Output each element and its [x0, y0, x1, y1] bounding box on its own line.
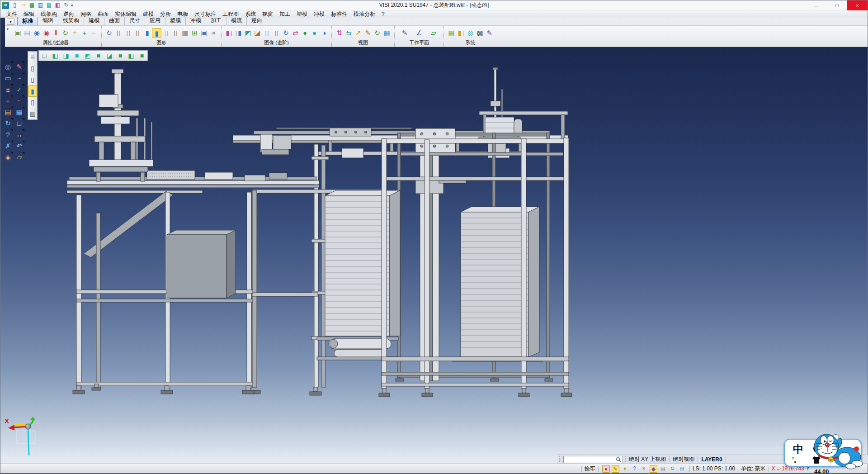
menu-item[interactable]: 标准件	[328, 10, 350, 18]
refresh-view-icon[interactable]: ↻	[373, 28, 382, 38]
toolbar-tab[interactable]: 模流	[226, 17, 247, 25]
clear-attributes-icon[interactable]: ▣	[13, 28, 23, 38]
layer-empty3-icon[interactable]: ▯	[133, 28, 142, 38]
system-window-icon[interactable]: ◧	[456, 28, 466, 38]
print-icon[interactable]: ▤	[45, 1, 53, 9]
toolbar-dropdown-icon[interactable]: ▾	[7, 27, 9, 31]
hide-entities-icon[interactable]: ◉	[42, 28, 51, 38]
tab-dropdown-button[interactable]: ▾	[7, 19, 14, 25]
mask-menu-icon[interactable]: ≡	[28, 52, 37, 63]
system-globe-icon[interactable]: ◎	[466, 28, 475, 38]
mask-layer-1-icon[interactable]: ▯	[28, 63, 37, 74]
save-icon[interactable]: ▦	[28, 1, 36, 9]
toolbar-grip[interactable]	[625, 456, 627, 462]
open-project-icon[interactable]: ▱	[14, 152, 24, 162]
iso-view-1-icon[interactable]: ◧	[50, 51, 61, 61]
qat-dropdown-icon[interactable]: ▾	[71, 3, 73, 8]
render-mode-icon[interactable]: ◩	[243, 28, 253, 38]
layer-filled-icon[interactable]: ▮	[142, 28, 152, 38]
view-plain-icon[interactable]: □	[39, 51, 50, 61]
steering-options-icon[interactable]: ◈	[3, 152, 13, 162]
iso-view-6-icon[interactable]: ◪	[104, 51, 115, 61]
menu-item[interactable]: 塑模	[293, 10, 311, 18]
iso-view-8-icon[interactable]: ◧	[126, 51, 137, 61]
system-pen-icon[interactable]: ✎	[485, 28, 494, 38]
layer-empty2-icon[interactable]: ▯	[123, 28, 133, 38]
mask-layer-2-icon[interactable]: ▯	[28, 74, 37, 85]
undo-icon[interactable]: ↶	[14, 141, 24, 151]
status-rotate-icon[interactable]: ↻	[669, 465, 676, 473]
search-input[interactable]	[563, 456, 623, 463]
mask-layer-hatch-icon[interactable]: ▥	[28, 108, 37, 119]
workplane-angle-icon[interactable]: ∠	[413, 28, 425, 38]
status-key-icon[interactable]: ♦	[621, 465, 629, 473]
layer-current-icon[interactable]: ▮	[152, 28, 161, 38]
wireframe-mode-icon[interactable]: ◨	[234, 28, 243, 38]
toolbar-tab[interactable]: 尺寸	[125, 17, 145, 25]
viewport-3d[interactable]: ◎✎▭~±✓+~▤▦↻□?↔✗↶◈▱ ≡▯▯▮▯▥ □◧◨■◩■◪■◧■	[0, 47, 868, 463]
open-file-icon[interactable]: ▱	[19, 1, 27, 9]
fit-view-icon[interactable]: ▦	[382, 28, 392, 38]
toolbar-tab[interactable]: 逆向	[247, 17, 267, 25]
filter-traffic-icon[interactable]: ‖	[51, 28, 61, 38]
zoom-view-icon[interactable]: ↗	[354, 28, 363, 38]
toolbar-tab[interactable]: 曲面	[104, 17, 125, 25]
system-grid-icon[interactable]: ▩	[475, 28, 485, 38]
minimize-button[interactable]: —	[807, 0, 827, 10]
toolbar-tab[interactable]: 加工	[206, 17, 226, 25]
iso-view-7-icon[interactable]: ■	[115, 51, 126, 61]
solid-box-icon[interactable]: □	[14, 118, 24, 128]
zoom-extents-icon[interactable]: ±	[3, 84, 13, 95]
ime-status-dot[interactable]	[854, 446, 859, 451]
ime-punctuation-button[interactable]: ’。	[792, 456, 800, 464]
preview-icon[interactable]: ◧	[54, 1, 61, 9]
toolbar-tab[interactable]: 标准	[17, 17, 38, 25]
erase-sketch-icon[interactable]: ✎	[14, 62, 24, 72]
menu-item[interactable]: 冲模	[311, 10, 328, 18]
hide-all-icon[interactable]: −	[89, 28, 99, 38]
system-display-icon[interactable]: ▦	[447, 28, 456, 38]
copy-attributes-icon[interactable]: ▤	[23, 28, 32, 38]
refresh-layers-icon[interactable]: ↻	[104, 28, 114, 38]
select-rect-icon[interactable]: ▭	[3, 73, 13, 83]
iso-view-9-icon[interactable]: ■	[137, 51, 147, 61]
layer-cyan-icon[interactable]: ▯	[161, 28, 171, 38]
confirm-check-icon[interactable]: ✓	[14, 84, 24, 95]
layer-white-icon[interactable]: ▯	[171, 28, 180, 38]
status-delete-icon[interactable]: ×	[640, 465, 648, 473]
layer-hatch-icon[interactable]: ▥	[180, 28, 190, 38]
curve-edit-icon[interactable]: ~	[14, 95, 24, 106]
status-sketch-icon[interactable]: ✎	[612, 465, 619, 473]
dynamic-view-icon[interactable]: ↻	[281, 28, 291, 38]
toolbar-tab[interactable]: 建模	[84, 17, 104, 25]
view-doc2-icon[interactable]: ▯	[272, 28, 281, 38]
view-doc-icon[interactable]: ▯	[262, 28, 272, 38]
help-icon[interactable]: ?	[3, 129, 13, 140]
iso-view-4-icon[interactable]: ◩	[82, 51, 93, 61]
layer-copy-icon[interactable]: ▣	[199, 28, 209, 38]
spline-icon[interactable]: ~	[14, 73, 24, 83]
sphere-blue-icon[interactable]: ◑	[319, 28, 329, 38]
toolbar-tab[interactable]: 线架构	[58, 17, 84, 25]
mask-layer-3-icon[interactable]: ▯	[28, 97, 37, 108]
layer-add-icon[interactable]: ⊞	[190, 28, 199, 38]
toolbar-tab[interactable]: 应用	[145, 17, 165, 25]
lock-toggle[interactable]: 拴牢	[585, 465, 595, 473]
move-3d-icon[interactable]: +	[3, 95, 13, 106]
pan-view-icon[interactable]: ⇆	[344, 28, 354, 38]
iso-view-3-icon[interactable]: ■	[71, 51, 82, 61]
workplane-edit-icon[interactable]: ✎	[398, 28, 411, 38]
toolbar-tab[interactable]: 编辑	[38, 17, 58, 25]
close-button[interactable]: ×	[847, 0, 868, 10]
sphere-shaded-icon[interactable]: ●	[300, 28, 310, 38]
rotate-view-icon[interactable]: ⇅	[335, 28, 344, 38]
new-document-icon[interactable]: ▯	[11, 1, 19, 9]
layers-palette-icon[interactable]: ▤	[3, 107, 13, 117]
view-mode-label[interactable]: 绝对 XY 上视图	[629, 455, 666, 463]
iso-view-5-icon[interactable]: ■	[93, 51, 104, 61]
show-all-icon[interactable]: +	[80, 28, 89, 38]
hidden-line-icon[interactable]: ◪	[253, 28, 262, 38]
zoom-select-icon[interactable]: ◎	[3, 62, 13, 72]
save-all-icon[interactable]: ▥	[37, 1, 44, 9]
layer-empty-icon[interactable]: ▯	[114, 28, 123, 38]
